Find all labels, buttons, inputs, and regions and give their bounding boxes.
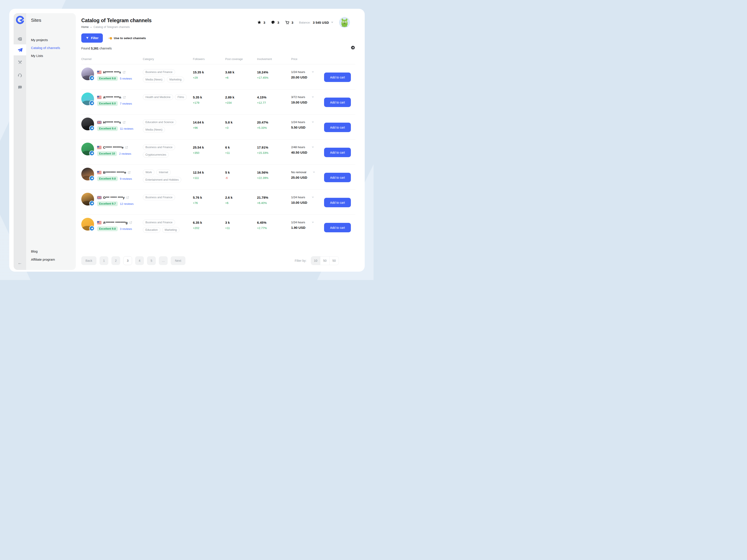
telegram-badge-icon bbox=[89, 226, 95, 231]
channel-name[interactable]: A******* ********g bbox=[103, 221, 128, 224]
add-to-cart-button[interactable]: Add to cart bbox=[324, 173, 351, 182]
pagination-page-4[interactable]: 4 bbox=[135, 256, 144, 265]
telegram-icon[interactable] bbox=[14, 44, 26, 55]
followers-value: 5.76 k bbox=[193, 196, 225, 199]
channel-name[interactable]: O*** ***** ****y bbox=[103, 196, 125, 199]
per-page-option-0[interactable]: 10 bbox=[311, 256, 320, 265]
price-period-dropdown[interactable]: 1/24 hours bbox=[291, 70, 324, 74]
add-to-cart-button[interactable]: Add to cart bbox=[324, 148, 351, 157]
sidebar-item-blog[interactable]: Blog bbox=[31, 249, 55, 253]
support-icon[interactable] bbox=[14, 70, 26, 80]
external-link-icon[interactable] bbox=[123, 121, 126, 124]
reviews-link[interactable]: 9 reviews bbox=[120, 177, 132, 180]
rating-badge: Excellent 8.0 bbox=[97, 101, 118, 106]
app-logo-icon[interactable] bbox=[14, 15, 26, 25]
involvement-cell: 6.45% +2.77% bbox=[257, 215, 291, 230]
pagination-page-1[interactable]: 1 bbox=[100, 256, 108, 265]
col-category: Category bbox=[143, 57, 193, 61]
page-title: Catalog of Telegram channels bbox=[81, 18, 152, 24]
table-row: A******* ********g Excellent 9.8 3 revie… bbox=[81, 215, 356, 239]
channel-info: H****** ****s Excellent 9.8 5 reviews bbox=[97, 68, 132, 81]
pagination-page-3[interactable]: 3 bbox=[123, 256, 132, 265]
channel-name[interactable]: C***** *******e bbox=[103, 146, 124, 149]
cart-count: 3 bbox=[291, 21, 293, 24]
reviews-link[interactable]: 2 reviews bbox=[119, 152, 131, 155]
price-period-dropdown[interactable]: No removal bbox=[291, 171, 324, 174]
pagination-row: Back12345…Next Filter by: 105050 bbox=[81, 256, 356, 265]
add-to-cart-button[interactable]: Add to cart bbox=[324, 73, 351, 82]
rating-badge: Excellent 9.8 bbox=[97, 226, 118, 231]
reviews-link[interactable]: 3 reviews bbox=[120, 227, 132, 231]
channel-name[interactable]: H****** ****s bbox=[103, 70, 121, 74]
favorites-counter[interactable]: 3 bbox=[257, 20, 265, 25]
external-link-icon[interactable] bbox=[125, 146, 128, 149]
price-period-dropdown[interactable]: 1/24 hours bbox=[291, 221, 324, 224]
channel-info: H****** ****s Excellent 9.4 11 reviews bbox=[97, 118, 133, 131]
reviews-link[interactable]: 7 reviews bbox=[120, 102, 132, 105]
involvement-change: +6.40% bbox=[257, 201, 291, 205]
svg-text:?: ? bbox=[19, 86, 21, 88]
sidebar-item-my-projects[interactable]: My projects bbox=[31, 38, 60, 42]
actions-cell: Add to cart bbox=[324, 139, 356, 157]
chevron-down-icon bbox=[312, 147, 314, 148]
reviews-link[interactable]: 5 reviews bbox=[120, 77, 132, 80]
add-to-cart-button[interactable]: Add to cart bbox=[324, 223, 351, 232]
table-row: C***** *******e Excellent 10 2 reviews B… bbox=[81, 139, 356, 164]
followers-value: 5.35 k bbox=[193, 95, 225, 99]
pagination-back-button[interactable]: Back bbox=[81, 256, 97, 265]
help-icon[interactable]: ? bbox=[14, 82, 26, 93]
sidebar-item-catalog-of-channels[interactable]: Catalog of channels bbox=[31, 46, 60, 50]
pagination-next-button[interactable]: Next bbox=[171, 256, 185, 265]
price-period-dropdown[interactable]: 3/72 hours bbox=[291, 95, 324, 99]
coverage-change: +3 bbox=[225, 126, 257, 129]
posts-icon[interactable] bbox=[14, 33, 26, 44]
col-involvement: Involvement bbox=[257, 57, 291, 61]
chevron-down-icon bbox=[312, 71, 314, 73]
category-cell: Business and Finance bbox=[143, 190, 189, 200]
price-period-dropdown[interactable]: 1/24 hours bbox=[291, 196, 324, 199]
sidebar-item-affiliate-program[interactable]: Affiliate program bbox=[31, 257, 55, 261]
cart-counter[interactable]: 3 bbox=[285, 20, 293, 25]
header-actions: 3 3 3 bbox=[257, 17, 350, 28]
external-link-icon[interactable] bbox=[123, 71, 126, 74]
channel-name[interactable]: B******** ******e bbox=[103, 171, 126, 174]
external-link-icon[interactable] bbox=[128, 171, 131, 174]
category-tag: Media (News) bbox=[143, 127, 165, 132]
add-to-cart-button[interactable]: Add to cart bbox=[324, 123, 351, 132]
filter-button[interactable]: Filter bbox=[81, 33, 103, 43]
reviews-link[interactable]: 11 reviews bbox=[120, 127, 133, 130]
per-page-option-2[interactable]: 50 bbox=[330, 256, 339, 265]
tools-icon[interactable] bbox=[14, 57, 26, 68]
pagination-page-2[interactable]: 2 bbox=[111, 256, 120, 265]
channel-name[interactable]: A****** ****n bbox=[103, 95, 121, 99]
add-to-cart-button[interactable]: Add to cart bbox=[324, 98, 351, 107]
pagination-page-5[interactable]: 5 bbox=[147, 256, 156, 265]
external-link-icon[interactable] bbox=[129, 221, 132, 224]
price-period-dropdown[interactable]: 1/24 hours bbox=[291, 121, 324, 124]
price-period-dropdown[interactable]: 2/48 hours bbox=[291, 146, 324, 149]
table-settings-gear-icon[interactable] bbox=[351, 45, 356, 50]
coverage-value: 5 k bbox=[225, 171, 257, 174]
sidebar-item-my-lists[interactable]: My Lists bbox=[31, 54, 60, 58]
involvement-value: 4.15% bbox=[257, 95, 291, 99]
reviews-link[interactable]: 12 reviews bbox=[120, 202, 134, 205]
table-row: H****** ****s Excellent 9.8 5 reviews Bu… bbox=[81, 65, 356, 90]
user-avatar[interactable] bbox=[339, 17, 350, 28]
table-row: O*** ***** ****y Excellent 9.7 12 review… bbox=[81, 190, 356, 215]
pagination-ellipsis[interactable]: … bbox=[159, 256, 168, 265]
external-link-icon[interactable] bbox=[123, 96, 126, 99]
per-page-option-1[interactable]: 50 bbox=[320, 256, 330, 265]
coverage-value: 3 k bbox=[225, 221, 257, 224]
coverage-change: +11 bbox=[225, 151, 257, 154]
add-to-cart-button[interactable]: Add to cart bbox=[324, 198, 351, 207]
collapse-sidebar-back-arrow-icon[interactable]: ← bbox=[14, 259, 26, 267]
balance-dropdown[interactable]: Balance: 3 545 USD bbox=[299, 21, 333, 24]
messages-counter[interactable]: 3 bbox=[271, 20, 279, 25]
channel-name[interactable]: H****** ****s bbox=[103, 121, 121, 124]
external-link-icon[interactable] bbox=[126, 196, 129, 199]
involvement-change: +15.33% bbox=[257, 151, 291, 154]
channel-cell: H****** ****s Excellent 9.4 11 reviews bbox=[81, 114, 143, 131]
channel-avatar bbox=[81, 218, 94, 231]
breadcrumb-home[interactable]: Home bbox=[81, 25, 88, 29]
channel-avatar bbox=[81, 143, 94, 155]
